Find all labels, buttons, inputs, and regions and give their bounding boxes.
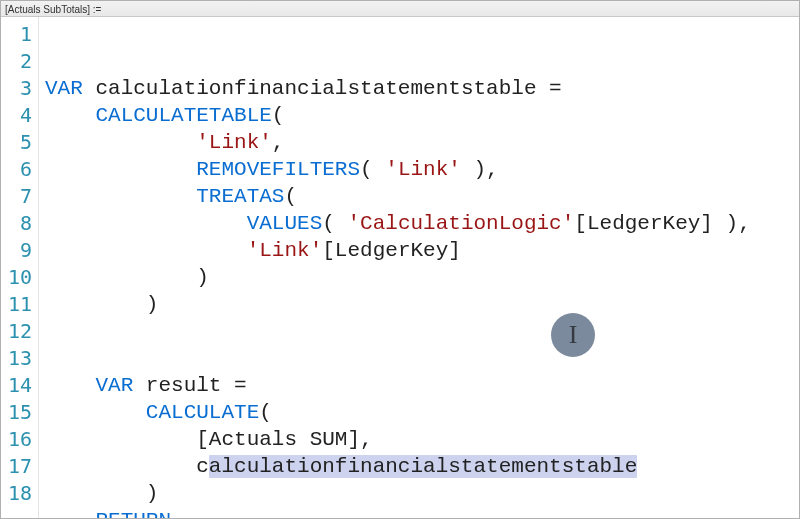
code-line[interactable]: CALCULATE( (45, 399, 799, 426)
code-line[interactable]: CALCULATETABLE( (45, 102, 799, 129)
line-number: 17 (1, 453, 38, 480)
title-text: [Actuals SubTotals] := (5, 4, 101, 15)
code-line[interactable]: ) (45, 291, 799, 318)
line-number: 1 (1, 21, 38, 48)
line-number: 5 (1, 129, 38, 156)
code-line[interactable]: REMOVEFILTERS( 'Link' ), (45, 156, 799, 183)
line-number: 8 (1, 210, 38, 237)
line-number: 7 (1, 183, 38, 210)
code-line[interactable]: VALUES( 'CalculationLogic'[LedgerKey] ), (45, 210, 799, 237)
code-line[interactable]: [Actuals SUM], (45, 426, 799, 453)
code-line[interactable]: ) (45, 264, 799, 291)
line-number: 3 (1, 75, 38, 102)
code-line[interactable]: VAR result = (45, 372, 799, 399)
code-editor[interactable]: 123456789101112131415161718 VAR calculat… (1, 17, 799, 518)
line-number-gutter: 123456789101112131415161718 (1, 17, 39, 518)
line-number: 12 (1, 318, 38, 345)
line-number: 9 (1, 237, 38, 264)
line-number: 6 (1, 156, 38, 183)
editor-window: [Actuals SubTotals] := 12345678910111213… (0, 0, 800, 519)
line-number: 2 (1, 48, 38, 75)
code-line[interactable]: ) (45, 480, 799, 507)
window-titlebar: [Actuals SubTotals] := (1, 1, 799, 17)
line-number: 10 (1, 264, 38, 291)
code-line[interactable]: RETURN (45, 507, 799, 518)
code-line[interactable]: VAR calculationfinancialstatementstable … (45, 75, 799, 102)
line-number: 18 (1, 480, 38, 507)
line-number: 15 (1, 399, 38, 426)
line-number: 13 (1, 345, 38, 372)
line-number: 14 (1, 372, 38, 399)
line-number: 11 (1, 291, 38, 318)
code-line[interactable] (45, 318, 799, 345)
code-line[interactable]: 'Link'[LedgerKey] (45, 237, 799, 264)
code-line[interactable]: calculationfinancialstatementstable (45, 453, 799, 480)
code-line[interactable]: TREATAS( (45, 183, 799, 210)
line-number: 4 (1, 102, 38, 129)
code-line[interactable]: 'Link', (45, 129, 799, 156)
code-area[interactable]: VAR calculationfinancialstatementstable … (39, 17, 799, 518)
line-number: 16 (1, 426, 38, 453)
code-line[interactable] (45, 345, 799, 372)
